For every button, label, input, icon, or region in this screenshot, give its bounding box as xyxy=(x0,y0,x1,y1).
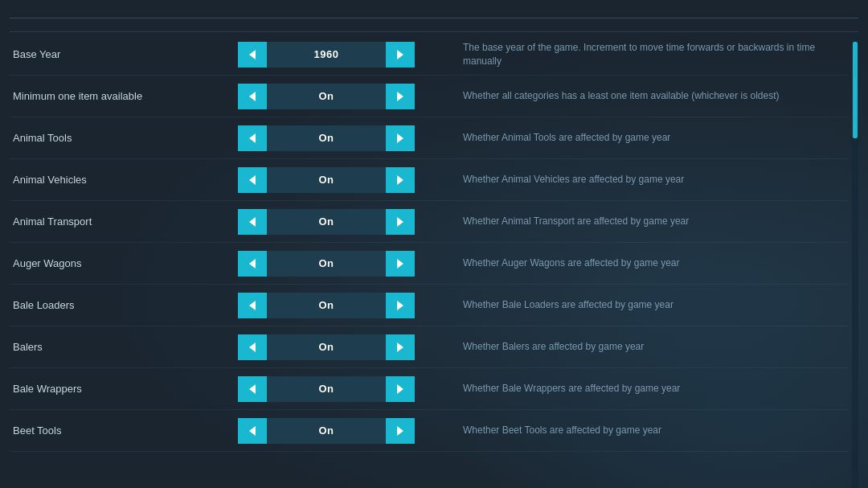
chevron-right-icon xyxy=(397,384,403,394)
chevron-left-icon xyxy=(249,301,256,310)
increment-button-9[interactable] xyxy=(386,418,415,444)
chevron-right-icon xyxy=(397,342,403,352)
setting-value-1: On xyxy=(267,84,386,109)
increment-button-3[interactable] xyxy=(386,167,415,193)
chevron-left-icon xyxy=(249,426,256,436)
decrement-button-7[interactable] xyxy=(238,334,267,360)
setting-value-0: 1960 xyxy=(267,42,386,68)
chevron-left-icon xyxy=(249,92,256,101)
setting-value-8: On xyxy=(267,376,386,402)
table-row: Minimum one item available On Whether al… xyxy=(10,76,849,117)
increment-button-1[interactable] xyxy=(386,84,415,109)
table-row: Animal Transport On Whether Animal Trans… xyxy=(10,201,849,243)
decrement-button-1[interactable] xyxy=(238,84,267,109)
setting-description-6: Whether Bale Loaders are affected by gam… xyxy=(415,298,845,312)
chevron-right-icon xyxy=(397,426,403,436)
setting-control-8: On xyxy=(238,376,415,402)
setting-label-0: Base Year xyxy=(13,48,238,60)
setting-control-5: On xyxy=(238,251,415,277)
setting-label-4: Animal Transport xyxy=(13,215,238,228)
chevron-right-icon xyxy=(397,133,403,143)
increment-button-5[interactable] xyxy=(386,251,415,277)
chevron-left-icon xyxy=(249,217,256,227)
setting-value-3: On xyxy=(267,167,386,193)
chevron-right-icon xyxy=(397,301,403,310)
decrement-button-3[interactable] xyxy=(238,167,267,193)
decrement-button-8[interactable] xyxy=(238,376,267,402)
settings-list: Base Year 1960 The base year of the game… xyxy=(10,34,852,488)
chevron-right-icon xyxy=(397,259,403,269)
section-header xyxy=(10,18,858,32)
increment-button-7[interactable] xyxy=(386,334,415,360)
setting-label-9: Beet Tools xyxy=(13,424,238,437)
setting-description-9: Whether Beet Tools are affected by game … xyxy=(415,424,845,437)
increment-button-6[interactable] xyxy=(386,293,415,318)
setting-control-4: On xyxy=(238,209,415,235)
setting-label-2: Animal Tools xyxy=(13,132,238,144)
setting-description-0: The base year of the game. Increment to … xyxy=(415,41,845,68)
setting-description-4: Whether Animal Transport are affected by… xyxy=(415,215,845,228)
chevron-left-icon xyxy=(249,50,256,59)
setting-label-3: Animal Vehicles xyxy=(13,174,238,186)
table-row: Auger Wagons On Whether Auger Wagons are… xyxy=(10,243,849,285)
setting-value-7: On xyxy=(267,334,386,360)
decrement-button-9[interactable] xyxy=(238,418,267,444)
decrement-button-2[interactable] xyxy=(238,125,267,151)
table-row: Balers On Whether Balers are affected by… xyxy=(10,326,849,368)
chevron-right-icon xyxy=(397,50,403,59)
setting-control-2: On xyxy=(238,125,415,151)
setting-value-9: On xyxy=(267,418,386,444)
setting-label-6: Bale Loaders xyxy=(13,299,238,311)
table-row: Bale Loaders On Whether Bale Loaders are… xyxy=(10,285,849,326)
setting-label-5: Auger Wagons xyxy=(13,257,238,269)
setting-label-8: Bale Wrappers xyxy=(13,383,238,395)
decrement-button-5[interactable] xyxy=(238,251,267,277)
setting-control-7: On xyxy=(238,334,415,360)
setting-label-1: Minimum one item available xyxy=(13,90,238,102)
setting-value-2: On xyxy=(267,125,386,151)
table-row: Animal Vehicles On Whether Animal Vehicl… xyxy=(10,159,849,201)
setting-control-3: On xyxy=(238,167,415,193)
increment-button-8[interactable] xyxy=(386,376,415,402)
setting-description-7: Whether Balers are affected by game year xyxy=(415,340,845,354)
content-area: Base Year 1960 The base year of the game… xyxy=(10,34,858,488)
decrement-button-4[interactable] xyxy=(238,209,267,235)
setting-control-9: On xyxy=(238,418,415,444)
chevron-left-icon xyxy=(249,133,256,143)
table-row: Beet Tools On Whether Beet Tools are aff… xyxy=(10,410,849,452)
setting-value-5: On xyxy=(267,251,386,277)
decrement-button-6[interactable] xyxy=(238,293,267,318)
table-row: Base Year 1960 The base year of the game… xyxy=(10,34,849,76)
setting-value-4: On xyxy=(267,209,386,235)
setting-value-6: On xyxy=(267,293,386,318)
chevron-left-icon xyxy=(249,384,256,394)
setting-control-0: 1960 xyxy=(238,42,415,68)
table-row: Animal Tools On Whether Animal Tools are… xyxy=(10,117,849,159)
setting-description-1: Whether all categories has a least one i… xyxy=(415,89,845,103)
chevron-right-icon xyxy=(397,217,403,227)
setting-description-3: Whether Animal Vehicles are affected by … xyxy=(415,173,845,187)
chevron-right-icon xyxy=(397,92,403,101)
increment-button-4[interactable] xyxy=(386,209,415,235)
increment-button-2[interactable] xyxy=(386,125,415,151)
chevron-left-icon xyxy=(249,175,256,185)
scrollbar-thumb[interactable] xyxy=(853,42,858,138)
setting-control-1: On xyxy=(238,84,415,109)
chevron-right-icon xyxy=(397,175,403,185)
setting-description-8: Whether Bale Wrappers are affected by ga… xyxy=(415,382,845,396)
table-row: Bale Wrappers On Whether Bale Wrappers a… xyxy=(10,368,849,410)
setting-label-7: Balers xyxy=(13,341,238,353)
setting-description-2: Whether Animal Tools are affected by gam… xyxy=(415,131,845,145)
scrollbar-track[interactable] xyxy=(852,34,858,488)
chevron-left-icon xyxy=(249,259,256,269)
increment-button-0[interactable] xyxy=(386,42,415,68)
setting-control-6: On xyxy=(238,293,415,318)
chevron-left-icon xyxy=(249,342,256,352)
setting-description-5: Whether Auger Wagons are affected by gam… xyxy=(415,256,845,270)
page-title xyxy=(10,0,858,18)
decrement-button-0[interactable] xyxy=(238,42,267,68)
